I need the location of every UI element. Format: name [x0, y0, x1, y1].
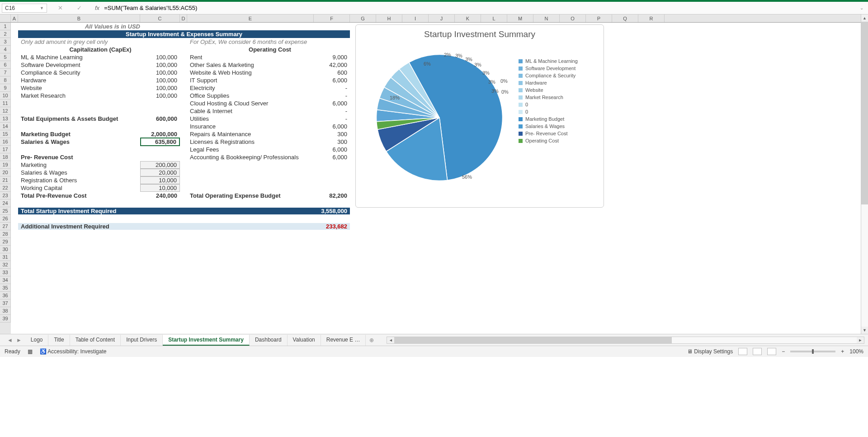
page-break-button[interactable]: [767, 348, 776, 355]
row-header[interactable]: 10: [0, 92, 11, 100]
select-all-corner[interactable]: [0, 14, 11, 23]
col-header[interactable]: F: [314, 14, 350, 22]
name-box[interactable]: C16 ▼: [2, 4, 47, 13]
col-header[interactable]: R: [638, 14, 665, 22]
row-header[interactable]: 39: [0, 315, 11, 323]
chart-container[interactable]: Startup Investment Summary 2% 3% 3% 3% 3…: [355, 24, 604, 208]
col-header[interactable]: J: [429, 14, 455, 22]
row-header[interactable]: 34: [0, 276, 11, 284]
scroll-left-icon[interactable]: ◄: [387, 338, 394, 342]
row-header[interactable]: 16: [0, 138, 11, 146]
row-header[interactable]: 23: [0, 192, 11, 200]
col-header[interactable]: E: [187, 14, 314, 22]
page-layout-button[interactable]: [753, 348, 762, 355]
prerev-value[interactable]: 10,000: [140, 184, 180, 192]
scroll-up-icon[interactable]: ▲: [861, 14, 868, 22]
row-header[interactable]: 3: [0, 38, 11, 46]
row-header[interactable]: 9: [0, 84, 11, 92]
row-header[interactable]: 18: [0, 153, 11, 161]
zoom-in-button[interactable]: +: [841, 348, 844, 355]
col-header[interactable]: L: [481, 14, 507, 22]
sheet-tab[interactable]: Input Drivers: [121, 335, 163, 346]
row-header[interactable]: 22: [0, 184, 11, 192]
sheet-tab[interactable]: Startup Investment Summary: [163, 335, 250, 346]
prerev-value[interactable]: 10,000: [140, 176, 180, 184]
fx-icon[interactable]: fx: [92, 5, 102, 11]
row-header[interactable]: 21: [0, 176, 11, 184]
col-header[interactable]: C: [140, 14, 180, 22]
col-header[interactable]: Q: [612, 14, 638, 22]
sheet-tab[interactable]: Table of Content: [70, 335, 121, 346]
row-header[interactable]: 30: [0, 246, 11, 253]
scroll-thumb[interactable]: [861, 22, 868, 204]
zoom-level[interactable]: 100%: [849, 348, 863, 355]
add-sheet-icon[interactable]: ⊕: [366, 337, 377, 343]
row-header[interactable]: 12: [0, 107, 11, 115]
cancel-icon[interactable]: ✕: [58, 5, 63, 11]
col-header[interactable]: O: [560, 14, 586, 22]
row-header[interactable]: 11: [0, 100, 11, 107]
col-header[interactable]: P: [586, 14, 612, 22]
sheet-tab[interactable]: Revenue E …: [321, 335, 366, 346]
col-header[interactable]: G: [350, 14, 376, 22]
chevron-down-icon[interactable]: ▼: [40, 6, 44, 10]
confirm-icon[interactable]: ✓: [77, 5, 82, 11]
horizontal-scrollbar[interactable]: ◄ ►: [387, 337, 864, 344]
sheet-tab[interactable]: Valuation: [288, 335, 321, 346]
col-header[interactable]: K: [455, 14, 481, 22]
vertical-scrollbar[interactable]: ▲ ▼: [861, 14, 868, 334]
row-header[interactable]: 26: [0, 215, 11, 223]
row-header[interactable]: 2: [0, 30, 11, 38]
tab-nav-arrows[interactable]: ◄ ►: [4, 337, 25, 343]
salaries-value-selected[interactable]: 635,800: [140, 138, 180, 146]
row-header[interactable]: 32: [0, 261, 11, 269]
sheet-tab[interactable]: Title: [48, 335, 70, 346]
prerev-value[interactable]: 20,000: [140, 169, 180, 176]
normal-view-button[interactable]: [738, 348, 747, 355]
formula-input[interactable]: [102, 4, 857, 12]
row-header[interactable]: 6: [0, 61, 11, 69]
sheet-tab[interactable]: Dashboard: [250, 335, 288, 346]
col-header[interactable]: N: [533, 14, 560, 22]
row-header[interactable]: 5: [0, 53, 11, 61]
formula-expand-icon[interactable]: ⌄: [857, 5, 866, 10]
scroll-thumb-h[interactable]: [394, 337, 672, 343]
tab-prev-icon[interactable]: ◄: [7, 337, 13, 343]
row-header[interactable]: 13: [0, 115, 11, 123]
col-header[interactable]: D: [180, 14, 187, 22]
col-header[interactable]: I: [402, 14, 429, 22]
sheet-tab[interactable]: Logo: [25, 335, 49, 346]
col-header[interactable]: B: [18, 14, 140, 22]
row-header[interactable]: 28: [0, 230, 11, 238]
row-header[interactable]: 4: [0, 46, 11, 53]
display-settings-button[interactable]: 🖥 Display Settings: [687, 348, 733, 355]
zoom-out-button[interactable]: −: [782, 348, 785, 355]
row-header[interactable]: 29: [0, 238, 11, 246]
scroll-right-icon[interactable]: ►: [857, 338, 864, 342]
row-header[interactable]: 27: [0, 223, 11, 230]
tab-next-icon[interactable]: ►: [16, 337, 22, 343]
row-header[interactable]: 20: [0, 169, 11, 176]
row-header[interactable]: 37: [0, 299, 11, 307]
row-header[interactable]: 1: [0, 23, 11, 30]
prerev-value[interactable]: 200,000: [140, 161, 180, 169]
row-header[interactable]: 24: [0, 200, 11, 207]
row-header[interactable]: 7: [0, 69, 11, 76]
col-header[interactable]: M: [507, 14, 533, 22]
row-header[interactable]: 35: [0, 284, 11, 292]
row-header[interactable]: 8: [0, 76, 11, 84]
row-header[interactable]: 38: [0, 307, 11, 315]
row-header[interactable]: 25: [0, 207, 11, 215]
col-header[interactable]: A: [11, 14, 18, 22]
macro-icon[interactable]: ▦: [28, 348, 33, 355]
scroll-down-icon[interactable]: ▼: [861, 327, 868, 334]
accessibility-status[interactable]: ♿ Accessibility: Investigate: [40, 348, 107, 355]
row-header[interactable]: 17: [0, 146, 11, 153]
col-header[interactable]: H: [376, 14, 402, 22]
zoom-slider[interactable]: [790, 351, 835, 352]
row-header[interactable]: 33: [0, 269, 11, 276]
row-header[interactable]: 31: [0, 253, 11, 261]
row-header[interactable]: 15: [0, 130, 11, 138]
row-header[interactable]: 14: [0, 123, 11, 130]
cell-area[interactable]: All Values is in USD Startup Investment …: [11, 23, 861, 334]
